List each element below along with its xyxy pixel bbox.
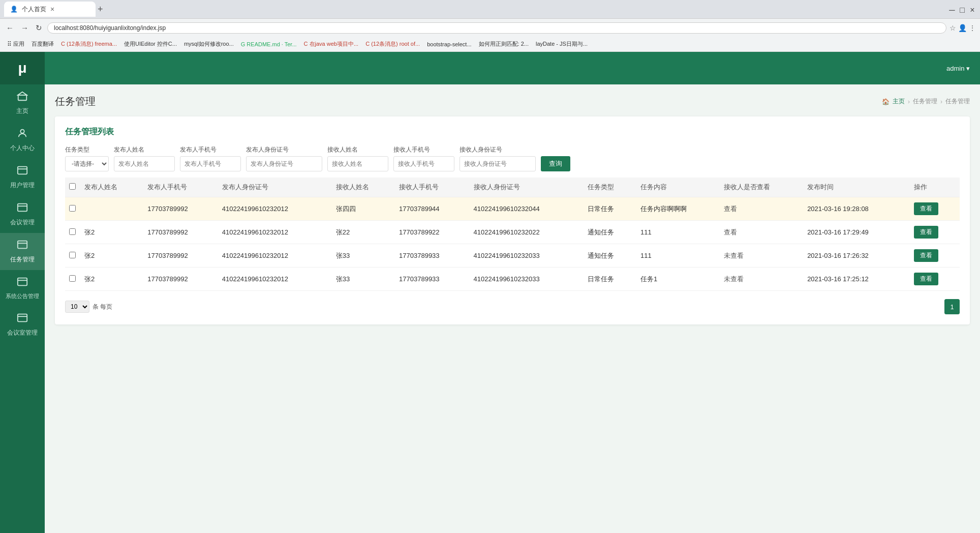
view-btn-1[interactable]: 查看 [914,226,938,239]
pagination: 1 [944,299,960,314]
svg-rect-6 [18,241,27,249]
filter-publisher-name: 发布人姓名 [114,145,175,171]
cell-receiver-id-3: 410224199610232033 [470,268,584,291]
sidebar-item-notices[interactable]: 系统公告管理 [0,270,45,306]
cell-action-3: 查看 [910,268,960,291]
receiver-name-input[interactable] [327,156,388,171]
tab-close-btn[interactable]: × [50,5,54,13]
cell-task-content-3: 任务1 [636,268,720,291]
bookmark-bootstrap[interactable]: bootstrap-select... [424,40,474,48]
minimize-button[interactable]: ─ [948,6,956,13]
sidebar-item-users[interactable]: 用户管理 [0,159,45,196]
sidebar-item-rooms[interactable]: 会议室管理 [0,306,45,343]
row-checkbox-0[interactable] [69,205,76,212]
filter-receiver-id: 接收人身份证号 [460,145,536,171]
cell-publisher-phone-3: 17703789992 [143,268,218,291]
cell-action-2: 查看 [910,244,960,268]
bookmark-root[interactable]: C (12条消息) root of... [362,39,423,49]
cell-receiver-id-0: 410224199610232044 [470,197,584,221]
cell-task-type-1: 通知任务 [584,221,636,244]
publisher-id-input[interactable] [246,156,322,171]
th-publisher-name: 发布人姓名 [80,177,143,197]
breadcrumb-tasks: 任务管理 [913,97,937,106]
admin-menu[interactable]: admin ▾ [946,65,970,72]
bookmark-java[interactable]: C 在java web项目中... [301,39,362,49]
bookmark-readme[interactable]: G README.md · Ter... [238,40,300,48]
view-btn-2[interactable]: 查看 [914,249,938,262]
cell-viewed-2: 未查看 [720,244,803,268]
tab-title: 个人首页 [22,5,46,14]
maximize-button[interactable]: □ [959,6,966,13]
rooms-icon [17,312,28,327]
select-all-checkbox[interactable] [69,183,76,190]
cell-viewed-3: 未查看 [720,268,803,291]
th-publish-time: 发布时间 [803,177,910,197]
address-input[interactable] [47,22,946,34]
sidebar-label-meetings: 会议管理 [10,218,35,227]
bookmark-uieditor[interactable]: 使用UIEditor 控件C... [121,39,180,49]
cell-task-type-0: 日常任务 [584,197,636,221]
view-link-3[interactable]: 未查看 [724,275,744,283]
cell-publisher-id-3: 410224199610232012 [218,268,332,291]
account-icon[interactable]: 👤 [958,24,967,32]
sidebar-logo: μ [0,52,45,84]
th-publisher-phone: 发布人手机号 [143,177,218,197]
filter-publisher-phone-label: 发布人手机号 [180,145,241,154]
sidebar: μ 主页 个人中心 用户管理 [0,52,45,533]
table-row: 张2 17703789992 410224199610232012 张22 17… [65,221,960,244]
view-link-2[interactable]: 未查看 [724,252,744,259]
bookmark-baidu[interactable]: 百度翻译 [28,39,57,49]
bookmark-mysql[interactable]: mysql如何修改roo... [181,39,237,49]
task-type-select[interactable]: -请选择- 日常任务 通知任务 [65,156,109,171]
cell-publish-time-0: 2021-03-16 19:28:08 [803,197,910,221]
more-options-icon[interactable]: ⋮ [969,24,976,32]
table-row: 17703789992 410224199610232012 张四四 17703… [65,197,960,221]
forward-button[interactable]: → [19,21,30,34]
bookmark-star-icon[interactable]: ☆ [950,24,956,32]
publisher-name-input[interactable] [114,156,175,171]
close-window-button[interactable]: × [969,6,976,13]
browser-tab[interactable]: 👤 个人首页 × [4,2,96,17]
cell-task-type-2: 通知任务 [584,244,636,268]
view-link-1[interactable]: 查看 [724,228,737,236]
sidebar-item-home[interactable]: 主页 [0,84,45,122]
receiver-id-input[interactable] [460,156,536,171]
bookmark-laydate[interactable]: layDate - JS日期与... [533,39,591,49]
bookmark-regex[interactable]: 如何用正则匹配: 2... [476,39,532,49]
table-header-row: 发布人姓名 发布人手机号 发布人身份证号 接收人姓名 接收人手机号 接收人身份证… [65,177,960,197]
cell-publisher-id-1: 410224199610232012 [218,221,332,244]
row-checkbox-3[interactable] [69,275,76,282]
sidebar-item-meetings[interactable]: 会议管理 [0,196,45,233]
th-task-content: 任务内容 [636,177,720,197]
page-title: 任务管理 [55,95,96,108]
filter-receiver-phone: 接收人手机号 [393,145,454,171]
view-btn-0[interactable]: 查看 [914,202,938,215]
breadcrumb-home-icon: 🏠 [882,98,890,105]
cell-action-1: 查看 [910,221,960,244]
th-viewed: 接收人是否查看 [720,177,803,197]
breadcrumb-tasks2: 任务管理 [945,97,970,106]
refresh-button[interactable]: ↻ [34,21,44,35]
view-link-0[interactable]: 查看 [724,205,737,213]
cell-viewed-1: 查看 [720,221,803,244]
svg-rect-8 [18,278,27,286]
view-btn-3[interactable]: 查看 [914,273,938,285]
cell-viewed-0: 查看 [720,197,803,221]
cell-receiver-name-1: 张22 [332,221,395,244]
receiver-phone-input[interactable] [393,156,454,171]
breadcrumb-home-link[interactable]: 主页 [893,97,905,106]
per-page-select[interactable]: 10 20 50 [65,301,89,313]
sidebar-item-tasks[interactable]: 任务管理 [0,233,45,270]
row-checkbox-2[interactable] [69,252,76,258]
tasks-icon [17,239,28,253]
back-button[interactable]: ← [4,21,16,34]
bookmark-freema[interactable]: C (12条消息) freema... [58,39,120,49]
sidebar-item-profile[interactable]: 个人中心 [0,122,45,159]
new-tab-button[interactable]: + [98,4,103,15]
row-checkbox-1[interactable] [69,228,76,235]
bookmark-apps[interactable]: ⠿应用 [4,39,27,49]
publisher-phone-input[interactable] [180,156,241,171]
per-page-label: 条 每页 [93,303,112,311]
page-btn-1[interactable]: 1 [944,299,960,314]
search-button[interactable]: 查询 [541,156,570,171]
